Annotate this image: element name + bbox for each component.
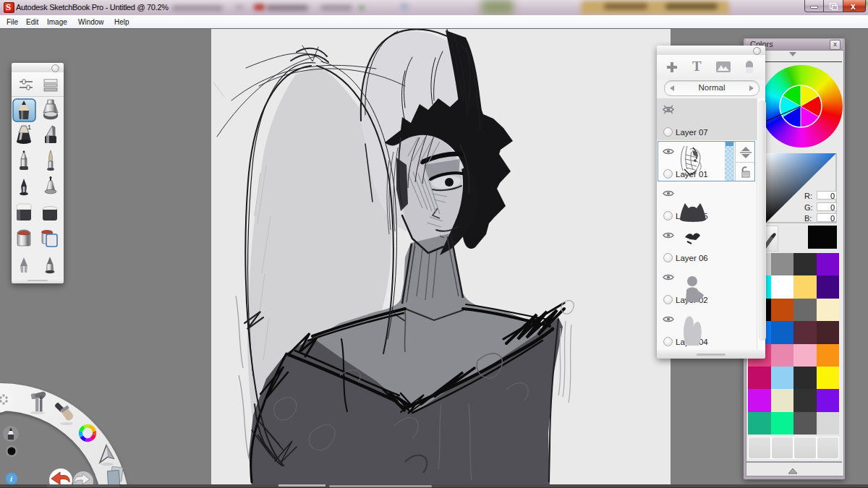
svg-text:1: 1 (27, 124, 31, 131)
